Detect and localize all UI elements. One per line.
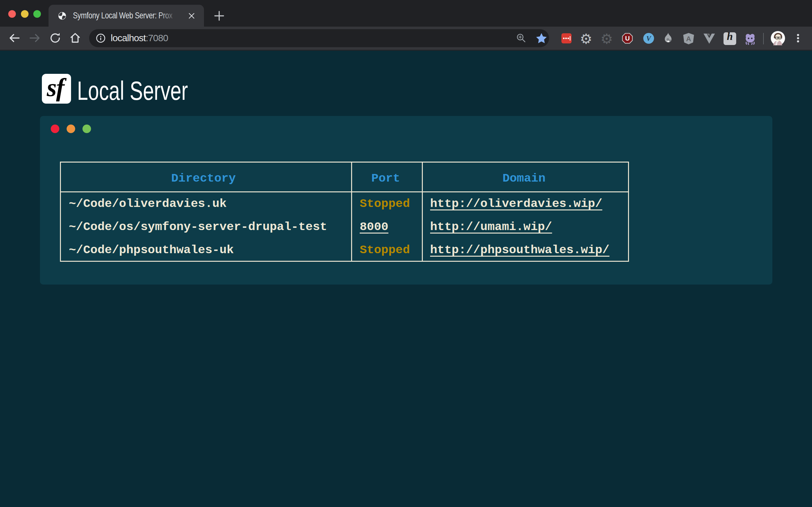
svg-text:V: V xyxy=(647,35,652,43)
svg-text:U: U xyxy=(625,35,630,42)
svg-text:A: A xyxy=(686,35,691,43)
